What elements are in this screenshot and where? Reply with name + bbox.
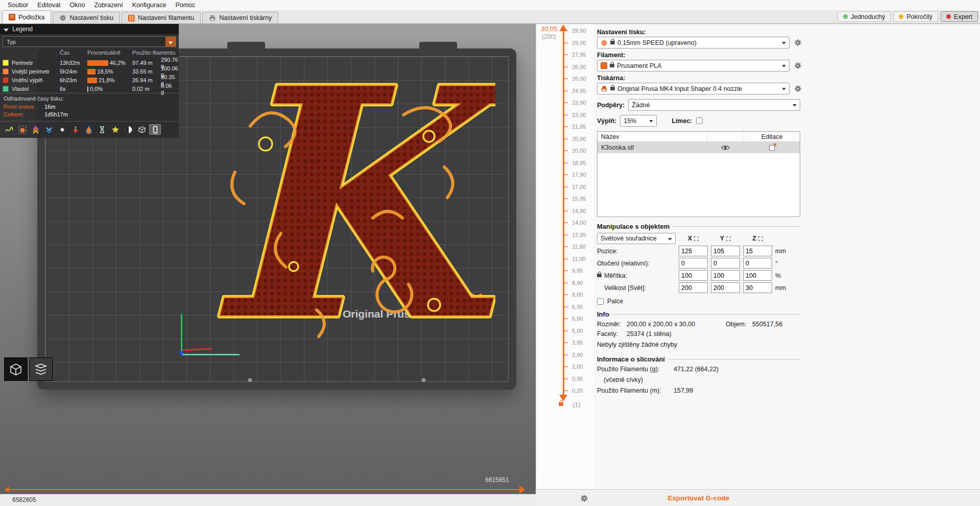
menu-item-okno[interactable]: Okno <box>65 2 89 9</box>
layer-tick-label: 12,95 <box>572 232 586 238</box>
travels-icon[interactable] <box>3 124 15 135</box>
uniform-scale-lock-icon[interactable] <box>597 274 602 277</box>
object-row[interactable]: K3soska.stl <box>597 142 800 153</box>
layer-slider-track[interactable] <box>563 31 564 395</box>
mode-advanced-button[interactable]: Pokročilý <box>893 11 938 22</box>
layer-tick-label: 9,95 <box>572 268 586 274</box>
menu-item-soubor[interactable]: Soubor <box>3 2 33 9</box>
pause-prints-icon[interactable] <box>96 124 108 135</box>
facets-value: 25374 (1 stěna) <box>627 329 800 339</box>
inches-checkbox[interactable] <box>597 298 604 305</box>
color-changes-icon[interactable] <box>83 124 94 135</box>
layer-top-index: (200) <box>542 33 556 40</box>
layer-tick-label: 24,95 <box>572 88 586 94</box>
view-type-combo[interactable]: Typ <box>3 36 176 47</box>
tab-print-settings[interactable]: Nastavení tisku <box>53 12 119 23</box>
custom-gcode-icon[interactable] <box>109 124 121 135</box>
infill-combo[interactable]: 15% <box>620 115 657 127</box>
rotation-y-input[interactable] <box>711 258 740 269</box>
tab-plater[interactable]: Podložka <box>2 10 51 23</box>
tool-changes-icon[interactable] <box>69 124 81 135</box>
deretractions-icon[interactable] <box>43 124 55 135</box>
plater-bed-icon <box>9 14 15 20</box>
axis-y-header: Y <box>711 235 740 242</box>
scale-z-input[interactable] <box>743 270 772 281</box>
legend-panel: Legend Typ Čas Procentuálně Použito fila… <box>0 24 179 138</box>
volume-value: 550517,56 <box>752 320 800 329</box>
percent-bar <box>87 60 108 66</box>
system-preset-lock-icon <box>610 41 615 44</box>
filament-combo[interactable]: Prusament PLA <box>597 60 790 71</box>
tab-printer-settings[interactable]: Nastavení tiskárny <box>202 12 278 23</box>
shells-icon[interactable] <box>123 124 134 135</box>
slicing-section-title: Informace o slicování <box>597 355 800 363</box>
3d-viewport[interactable]: Original Prusa MK4 K K <box>0 24 536 506</box>
menu-item-pomoc[interactable]: Pomoc <box>171 2 200 9</box>
layer-tick-label: 27,95 <box>572 52 586 58</box>
rotation-z-input[interactable] <box>743 258 772 269</box>
layer-tick-label: 14,00 <box>572 220 586 226</box>
dropdown-arrow-icon <box>782 88 786 92</box>
printer-edit-button[interactable] <box>792 83 803 94</box>
position-unit: mm <box>775 248 796 255</box>
supports-combo[interactable]: Žádné <box>628 99 800 111</box>
print-settings-edit-button[interactable] <box>792 37 803 49</box>
layer-tick-label: 6,95 <box>572 304 586 310</box>
menu-item-zobrazeni[interactable]: Zobrazení <box>89 2 127 9</box>
size-info-value: 200,00 x 200,00 x 30,00 <box>627 320 726 329</box>
filament-edit-button[interactable] <box>792 60 803 71</box>
mode-simple-button[interactable]: Jednoduchý <box>838 11 891 22</box>
view-3d-button[interactable] <box>4 357 28 381</box>
move-slider-value-strip[interactable]: 6582605 <box>0 494 536 506</box>
legend-toggle-icon[interactable] <box>149 124 161 135</box>
legend-collapse-header[interactable]: Legend <box>0 24 179 34</box>
position-x-input[interactable] <box>679 246 708 256</box>
scale-x-input[interactable] <box>679 270 708 281</box>
tab-filament-settings[interactable]: Nastavení filamentu <box>122 12 201 23</box>
visibility-eye-icon[interactable] <box>721 145 730 151</box>
gcode-move-slider[interactable] <box>8 489 523 490</box>
dropdown-arrow-icon <box>649 120 653 125</box>
infill-value: 15% <box>624 117 636 125</box>
brim-checkbox[interactable] <box>696 117 703 124</box>
layer-tick-label: 14,90 <box>572 208 586 214</box>
legend-row: Perimetr 13h32m 46,2% 97.49 m 290.76 g <box>0 57 179 65</box>
layer-tick-label: 5,90 <box>572 316 586 322</box>
printer-combo[interactable]: Original Prusa MK4 Input Shaper 0.4 nozz… <box>597 83 790 94</box>
menu-item-konfigurace[interactable]: Konfigurace <box>128 2 171 9</box>
feature-percent: 0,0% <box>90 86 103 92</box>
layer-tick-label: 18,95 <box>572 160 586 166</box>
axis-frame-icon <box>758 236 763 241</box>
menu-item-editovat[interactable]: Editovat <box>33 2 65 9</box>
retractions-icon[interactable] <box>30 124 41 135</box>
mode-expert-button[interactable]: Expert <box>941 11 978 22</box>
total-time-label: Celkem: <box>4 111 44 118</box>
export-gcode-button[interactable]: Exportovat G-code <box>594 490 803 506</box>
view-preview-button[interactable] <box>29 357 53 381</box>
wipe-icon[interactable] <box>16 124 28 135</box>
legend-header-row: Čas Procentuálně Použito filamentu <box>0 49 179 57</box>
volume-label: Objem: <box>726 320 752 329</box>
axis-frame-icon <box>726 236 731 241</box>
scale-y-input[interactable] <box>711 270 740 281</box>
size-z-input[interactable] <box>743 282 772 293</box>
gcode-preview-model[interactable]: K K <box>189 65 495 358</box>
layer-range-lock-icon[interactable] <box>559 402 563 406</box>
legend-row: Vlastní 6s 0,0% 0.02 m 0.06 g <box>0 83 179 91</box>
print-settings-combo[interactable]: 0.15mm SPEED (upraveno) <box>597 37 790 49</box>
wireframe-cube-icon[interactable] <box>136 124 148 135</box>
edit-object-icon[interactable] <box>769 145 775 151</box>
mode-expert-dot-icon <box>946 14 951 19</box>
size-unit: mm <box>775 284 796 292</box>
position-y-input[interactable] <box>711 246 740 256</box>
export-settings-gear-button[interactable] <box>579 493 590 504</box>
percent-bar <box>87 86 88 92</box>
rotation-x-input[interactable] <box>679 258 708 269</box>
seams-icon[interactable] <box>56 124 68 135</box>
coordinates-combo[interactable]: Světové souřadnice <box>597 233 676 244</box>
position-z-input[interactable] <box>743 246 772 256</box>
size-x-input[interactable] <box>679 282 708 293</box>
move-slider-current-value: 6582605 <box>12 496 36 503</box>
size-y-input[interactable] <box>711 282 740 293</box>
size-info-label: Rozměr: <box>597 320 627 329</box>
